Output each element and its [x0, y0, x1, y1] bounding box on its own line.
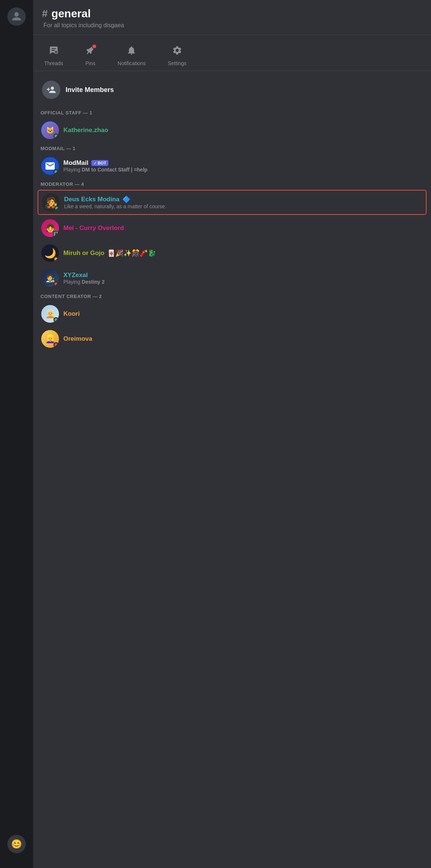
bot-badge-modmail: ✓ BOT — [91, 160, 108, 166]
member-avatar-koori: 🧑‍🦳 — [41, 305, 59, 323]
section-moderator: MODERATOR — 4 🧑‍🎤 Deus Ecks Modina 🔷 Lik… — [38, 181, 427, 290]
pins-label: Pins — [85, 60, 95, 66]
member-status-modmail: Playing DM to Contact Staff | =help — [63, 167, 423, 173]
notifications-label: Notifications — [118, 60, 146, 66]
member-item-katherine[interactable]: 🐱 Katherine.zhao — [38, 118, 427, 142]
left-sidebar: 😊 — [0, 0, 33, 868]
member-info-oreimova: Oreimova — [63, 335, 423, 343]
member-name-koori: Koori — [63, 310, 80, 318]
member-item-mei[interactable]: 👧 📱 Mei - Curry Overlord — [38, 216, 427, 240]
channel-description: For all topics including disgaea — [43, 22, 422, 29]
settings-label: Settings — [168, 60, 187, 66]
section-header-content-creator: CONTENT CREATOR — 2 — [41, 294, 424, 299]
member-status-deus: Like a weed, naturally, as a matter of c… — [64, 203, 422, 209]
status-dot-deus — [54, 206, 59, 211]
status-dot-koori — [53, 317, 59, 322]
member-name-xyz: XYZexal — [63, 272, 88, 279]
member-info-xyz: XYZexal Playing Destiny 2 — [63, 272, 423, 285]
section-official-staff: OFFICIAL STAFF — 1 🐱 Katherine.zhao — [38, 110, 427, 142]
member-badge-deus: 🔷 — [122, 195, 130, 203]
member-avatar-deus: 🧑‍🎤 — [42, 194, 60, 211]
invite-avatar-icon — [42, 81, 60, 99]
member-name-miruh: Miruh or Gojo — [63, 249, 104, 257]
threads-label: Threads — [44, 60, 63, 66]
channel-header: # general For all topics including disga… — [33, 0, 431, 35]
invite-label-text: Invite Members — [66, 86, 114, 94]
channel-toolbar: # Threads Pins Notifications — [33, 35, 431, 71]
member-name-mei: Mei - Curry Overlord — [63, 224, 124, 232]
member-name-modmail: ModMail — [63, 159, 88, 167]
member-item-miruh[interactable]: 🌙 Miruh or Gojo 🀄🎉✨🎊🧨🐉 — [38, 241, 427, 265]
status-dot-modmail — [53, 169, 59, 174]
section-modmail: MODMAIL — 1 ModMail ✓ — [38, 146, 427, 178]
member-info-miruh: Miruh or Gojo 🀄🎉✨🎊🧨🐉 — [63, 249, 423, 257]
main-content: # general For all topics including disga… — [33, 0, 431, 868]
channel-name: general — [52, 7, 91, 20]
emoji-face-button[interactable]: 😊 — [7, 835, 26, 853]
member-item-oreimova[interactable]: 👱‍♀️ Oreimova — [38, 327, 427, 351]
section-content-creator: CONTENT CREATOR — 2 🧑‍🦳 Koori — [38, 294, 427, 351]
member-avatar-oreimova: 👱‍♀️ — [41, 330, 59, 348]
status-dot-miruh — [53, 256, 59, 262]
member-item-xyz[interactable]: 🧑‍🎨 XYZexal Playing Destiny 2 — [38, 266, 427, 290]
member-name-oreimova: Oreimova — [63, 335, 92, 343]
member-name-deus: Deus Ecks Modina — [64, 196, 119, 203]
svg-text:#: # — [55, 50, 57, 54]
notifications-button[interactable]: Notifications — [106, 42, 157, 69]
member-info-mei: Mei - Curry Overlord — [63, 224, 423, 232]
member-avatar-xyz: 🧑‍🎨 — [41, 269, 59, 287]
threads-button[interactable]: # Threads — [33, 42, 74, 69]
member-avatar-mei: 👧 📱 — [41, 219, 59, 237]
pin-notification-dot — [92, 45, 96, 48]
member-item-modmail[interactable]: ModMail ✓ BOT Playing DM to Contact Staf… — [38, 154, 427, 178]
pins-icon — [85, 45, 95, 58]
threads-icon: # — [49, 45, 59, 58]
member-avatar-modmail — [41, 157, 59, 175]
hash-icon: # — [42, 8, 48, 20]
member-emojis-miruh: 🀄🎉✨🎊🧨🐉 — [107, 249, 156, 257]
settings-button[interactable]: Settings — [157, 42, 198, 69]
invite-members-button[interactable]: Invite Members — [38, 77, 427, 103]
notifications-icon — [126, 45, 137, 58]
bot-badge-check-icon: ✓ — [94, 161, 97, 165]
member-info-modmail: ModMail ✓ BOT Playing DM to Contact Staf… — [63, 159, 423, 173]
status-phone-mei: 📱 — [53, 231, 59, 237]
section-header-official-staff: OFFICIAL STAFF — 1 — [41, 110, 424, 116]
members-panel: Invite Members OFFICIAL STAFF — 1 🐱 Kath… — [33, 71, 431, 868]
member-info-deus: Deus Ecks Modina 🔷 Like a weed, naturall… — [64, 195, 422, 209]
section-header-modmail: MODMAIL — 1 — [41, 146, 424, 151]
member-item-koori[interactable]: 🧑‍🦳 Koori — [38, 302, 427, 326]
status-dot-katherine — [53, 134, 59, 139]
section-header-moderator: MODERATOR — 4 — [41, 181, 424, 187]
status-dot-oreimova — [53, 342, 59, 347]
member-avatar-katherine: 🐱 — [41, 121, 59, 139]
member-info-katherine: Katherine.zhao — [63, 127, 423, 134]
member-info-koori: Koori — [63, 310, 423, 318]
pins-button[interactable]: Pins — [74, 42, 106, 69]
member-name-katherine: Katherine.zhao — [63, 127, 108, 134]
member-status-xyz: Playing Destiny 2 — [63, 279, 423, 285]
status-dot-xyz — [53, 281, 59, 287]
settings-icon — [172, 45, 182, 58]
member-item-deus[interactable]: 🧑‍🎤 Deus Ecks Modina 🔷 Like a weed, natu… — [38, 190, 427, 215]
member-avatar-miruh: 🌙 — [41, 244, 59, 262]
user-avatar[interactable] — [7, 7, 26, 26]
